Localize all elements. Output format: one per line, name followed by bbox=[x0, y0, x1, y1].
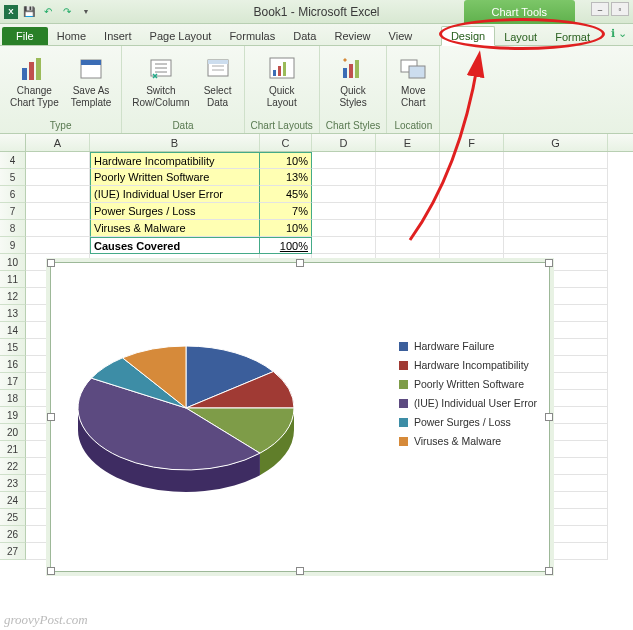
undo-icon[interactable]: ↶ bbox=[40, 4, 56, 20]
cell[interactable]: 45% bbox=[260, 186, 312, 203]
save-icon[interactable]: 💾 bbox=[21, 4, 37, 20]
row-header[interactable]: 4 bbox=[0, 152, 26, 169]
legend-item[interactable]: Viruses & Malware bbox=[399, 435, 537, 447]
worksheet-grid[interactable]: 4Hardware Incompatibility10%5Poorly Writ… bbox=[0, 152, 633, 560]
move-chart-button[interactable]: MoveChart bbox=[393, 50, 433, 110]
switch-row-column-button[interactable]: SwitchRow/Column bbox=[128, 50, 193, 110]
resize-handle[interactable] bbox=[545, 567, 553, 575]
qat-dropdown-icon[interactable]: ▼ bbox=[78, 4, 94, 20]
column-header[interactable]: C bbox=[260, 134, 312, 151]
cell[interactable] bbox=[312, 203, 376, 220]
row-header[interactable]: 10 bbox=[0, 254, 26, 271]
cell[interactable] bbox=[440, 237, 504, 254]
cell[interactable]: Viruses & Malware bbox=[90, 220, 260, 237]
row-header[interactable]: 21 bbox=[0, 441, 26, 458]
cell[interactable] bbox=[26, 237, 90, 254]
tab-review[interactable]: Review bbox=[325, 27, 379, 45]
cell[interactable] bbox=[440, 152, 504, 169]
cell[interactable]: Causes Covered bbox=[90, 237, 260, 254]
cell[interactable] bbox=[376, 203, 440, 220]
resize-handle[interactable] bbox=[296, 259, 304, 267]
legend-item[interactable]: Hardware Incompatibility bbox=[399, 359, 537, 371]
row-header[interactable]: 19 bbox=[0, 407, 26, 424]
resize-handle[interactable] bbox=[545, 259, 553, 267]
row-header[interactable]: 9 bbox=[0, 237, 26, 254]
row-header[interactable]: 26 bbox=[0, 526, 26, 543]
row-header[interactable]: 17 bbox=[0, 373, 26, 390]
cell[interactable]: 7% bbox=[260, 203, 312, 220]
row-header[interactable]: 24 bbox=[0, 492, 26, 509]
cell[interactable]: 10% bbox=[260, 220, 312, 237]
embedded-chart[interactable]: Hardware FailureHardware Incompatibility… bbox=[50, 262, 550, 572]
row-header[interactable]: 12 bbox=[0, 288, 26, 305]
cell[interactable] bbox=[504, 152, 608, 169]
row-header[interactable]: 8 bbox=[0, 220, 26, 237]
cell[interactable]: 100% bbox=[260, 237, 312, 254]
select-data-button[interactable]: SelectData bbox=[198, 50, 238, 110]
cell[interactable]: Power Surges / Loss bbox=[90, 203, 260, 220]
tab-home[interactable]: Home bbox=[48, 27, 95, 45]
cell[interactable] bbox=[26, 220, 90, 237]
cell[interactable] bbox=[504, 237, 608, 254]
column-header[interactable]: D bbox=[312, 134, 376, 151]
cell[interactable] bbox=[440, 220, 504, 237]
change-chart-type-button[interactable]: ChangeChart Type bbox=[6, 50, 63, 110]
help-icon[interactable]: ℹ ⌄ bbox=[611, 27, 627, 40]
tab-design[interactable]: Design bbox=[441, 26, 495, 46]
row-header[interactable]: 11 bbox=[0, 271, 26, 288]
cell[interactable] bbox=[504, 186, 608, 203]
row-header[interactable]: 22 bbox=[0, 458, 26, 475]
resize-handle[interactable] bbox=[47, 567, 55, 575]
minimize-button[interactable]: – bbox=[591, 2, 609, 16]
cell[interactable] bbox=[312, 186, 376, 203]
restore-button[interactable]: ▫ bbox=[611, 2, 629, 16]
cell[interactable] bbox=[376, 169, 440, 186]
cell[interactable] bbox=[26, 186, 90, 203]
row-header[interactable]: 20 bbox=[0, 424, 26, 441]
row-header[interactable]: 23 bbox=[0, 475, 26, 492]
row-header[interactable]: 16 bbox=[0, 356, 26, 373]
tab-data[interactable]: Data bbox=[284, 27, 325, 45]
select-all-corner[interactable] bbox=[0, 134, 26, 151]
cell[interactable] bbox=[440, 169, 504, 186]
quick-layout-button[interactable]: QuickLayout bbox=[262, 50, 302, 110]
tab-formulas[interactable]: Formulas bbox=[220, 27, 284, 45]
column-header[interactable]: G bbox=[504, 134, 608, 151]
cell[interactable] bbox=[312, 220, 376, 237]
column-header[interactable]: B bbox=[90, 134, 260, 151]
resize-handle[interactable] bbox=[545, 413, 553, 421]
cell[interactable] bbox=[26, 203, 90, 220]
cell[interactable] bbox=[440, 203, 504, 220]
tab-file[interactable]: File bbox=[2, 27, 48, 45]
tab-view[interactable]: View bbox=[380, 27, 422, 45]
cell[interactable] bbox=[26, 169, 90, 186]
cell[interactable]: Poorly Written Software bbox=[90, 169, 260, 186]
tab-insert[interactable]: Insert bbox=[95, 27, 141, 45]
pie-chart[interactable] bbox=[61, 293, 321, 533]
legend-item[interactable]: Power Surges / Loss bbox=[399, 416, 537, 428]
cell[interactable] bbox=[440, 186, 504, 203]
row-header[interactable]: 15 bbox=[0, 339, 26, 356]
cell[interactable] bbox=[504, 203, 608, 220]
cell[interactable]: 10% bbox=[260, 152, 312, 169]
cell[interactable] bbox=[26, 152, 90, 169]
column-header[interactable]: E bbox=[376, 134, 440, 151]
row-header[interactable]: 25 bbox=[0, 509, 26, 526]
cell[interactable] bbox=[312, 237, 376, 254]
cell[interactable] bbox=[376, 220, 440, 237]
chart-legend[interactable]: Hardware FailureHardware Incompatibility… bbox=[399, 333, 537, 454]
column-header[interactable]: A bbox=[26, 134, 90, 151]
legend-item[interactable]: Poorly Written Software bbox=[399, 378, 537, 390]
row-header[interactable]: 18 bbox=[0, 390, 26, 407]
cell[interactable] bbox=[504, 220, 608, 237]
resize-handle[interactable] bbox=[47, 413, 55, 421]
cell[interactable] bbox=[504, 169, 608, 186]
cell[interactable]: 13% bbox=[260, 169, 312, 186]
save-as-template-button[interactable]: Save AsTemplate bbox=[67, 50, 116, 110]
cell[interactable] bbox=[312, 152, 376, 169]
tab-format[interactable]: Format bbox=[546, 28, 599, 46]
cell[interactable] bbox=[376, 152, 440, 169]
row-header[interactable]: 5 bbox=[0, 169, 26, 186]
row-header[interactable]: 6 bbox=[0, 186, 26, 203]
row-header[interactable]: 13 bbox=[0, 305, 26, 322]
